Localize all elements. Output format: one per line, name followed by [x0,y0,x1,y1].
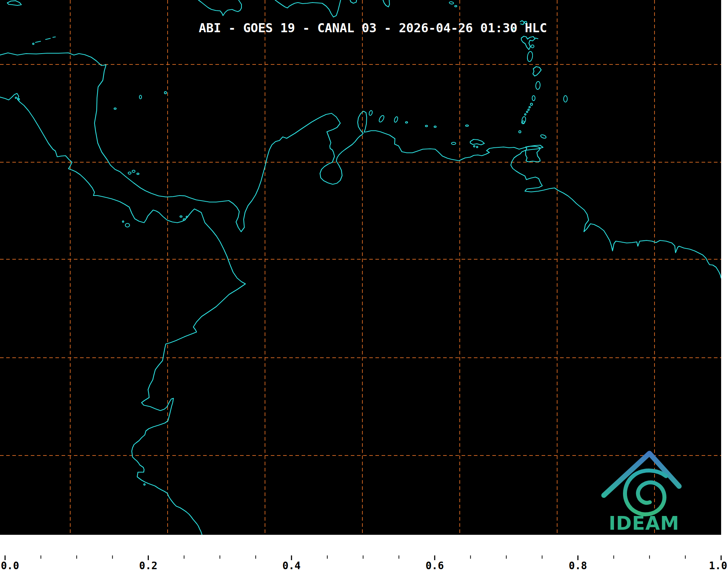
grenadine-2 [529,106,530,108]
ideam-logo: IDEAM [597,448,699,535]
logo-text: IDEAM [609,512,679,534]
cubagua [476,146,478,148]
la-orchila [466,125,468,126]
pearl-islet-1 [180,216,182,217]
los-roques-west [434,126,436,127]
colorbar-tick-label: 0.0 [1,560,19,571]
st-lucia [535,81,540,90]
la-tortuga [451,142,456,144]
dominica [527,51,533,62]
coast-fragment-top-2 [383,0,390,7]
coiba-islet [122,221,124,222]
gorgona [144,484,145,485]
pearl-islet-2 [183,219,185,220]
los-testigos [519,131,521,133]
marie-galante [531,45,534,48]
colorbar-tick-label: 1.0 [709,560,727,571]
barbados [564,96,567,102]
margarita-outline [470,139,484,145]
coast-fragment-top-1 [350,0,357,3]
bocas-islet-1 [128,172,131,174]
hispaniola-south-coast [275,0,341,17]
coast-fragment-top-left [7,1,21,5]
image-title: ABI - GOES 19 - CANAL 03 - 2026-04-26 01… [199,21,547,35]
colorbar-ticks [0,535,728,571]
corn-island [114,108,116,109]
grenadine-3 [528,109,529,110]
south-america-north-coast [229,111,721,278]
san-andres [139,95,142,99]
st-vincent [532,96,535,101]
coiba [125,223,130,227]
coche [474,146,475,147]
st-croix-1 [449,1,454,4]
tobago [540,134,547,139]
fonseca-islet-2 [18,98,20,100]
pacific-coast [0,93,245,535]
jamaica-south-coast [198,0,241,16]
grenadine-5 [525,114,526,115]
satellite-image-viewport: ABI - GOES 19 - CANAL 03 - 2026-04-26 01… [0,0,728,571]
bay-island-dash-1 [35,41,41,42]
grenadine-1 [530,103,533,105]
colorbar-tick-label: 0.4 [282,560,301,571]
bay-islet-dot [33,43,34,45]
bay-island-dash-2 [46,38,50,39]
pearl-islet-3 [186,216,188,218]
colorbar-tick-label: 0.6 [426,560,444,571]
providencia [164,92,167,94]
colorbar-tick-label: 0.8 [569,560,587,571]
fonseca-islet-1 [15,97,17,98]
colorbar-tick-label: 0.2 [139,560,157,571]
bonaire [394,116,399,123]
bocas-islet-3 [137,173,139,175]
las-aves [405,122,408,123]
grenada [522,116,526,123]
guadeloupe-dash [535,38,538,39]
grenadine-4 [526,111,528,113]
islands [15,1,567,485]
aves-de-sotavento [425,125,428,127]
logo-spiral-icon [625,471,666,515]
aruba [369,110,373,116]
st-croix-2 [455,5,457,7]
logo-mountain-icon [604,453,679,495]
martinique-outline [533,67,541,76]
scan-edge-white-band [721,0,728,535]
bay-island-dash-3 [53,37,55,37]
bocas-islet-2 [132,170,135,172]
curacao [378,115,385,123]
central-america-caribbean-coast [0,53,229,202]
